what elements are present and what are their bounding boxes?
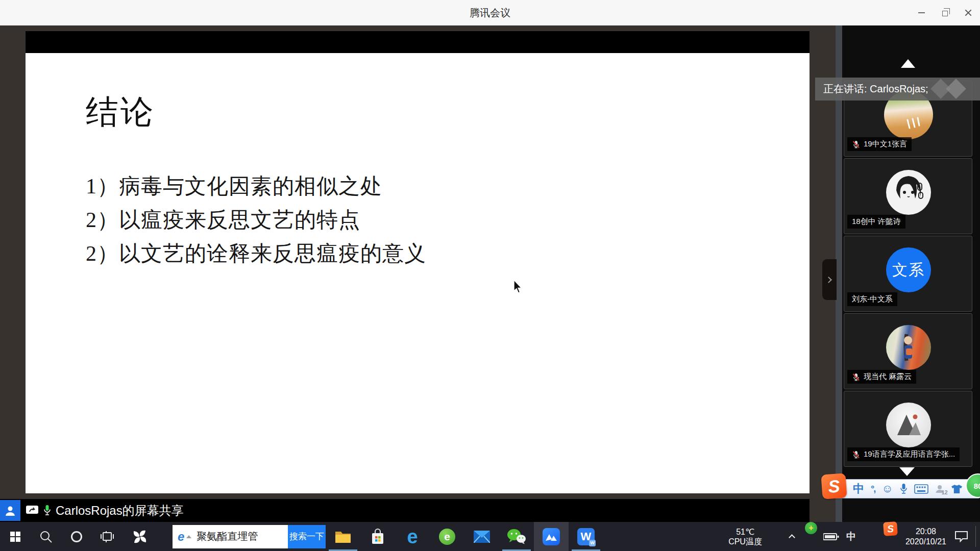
restore-button[interactable] — [933, 0, 957, 26]
participant-tile[interactable]: 19语言学及应用语言学张... — [844, 391, 972, 467]
participant-name-label: 刘东-中文系 — [847, 292, 897, 306]
tshirt-icon — [951, 484, 963, 494]
window-title: 腾讯会议 — [0, 0, 980, 26]
tencent-meeting-icon — [543, 528, 560, 545]
cpu-temp-label: CPU温度 — [728, 537, 762, 546]
pinwheel-icon — [132, 529, 148, 545]
clock-time: 20:08 — [916, 527, 936, 537]
taskbar-clock[interactable]: 20:08 2020/10/21 — [905, 522, 946, 551]
avatar-initials: 文系 — [892, 260, 925, 281]
cortana-button[interactable] — [61, 522, 92, 551]
participant-tile[interactable]: 18创中 许懿诗 — [844, 158, 972, 234]
microphone-icon — [900, 483, 908, 495]
slide-title: 结论 — [86, 90, 155, 134]
battery-icon[interactable] — [823, 522, 839, 551]
collapse-sidebar-button[interactable] — [822, 259, 837, 300]
ime-punctuation-button[interactable]: °, — [871, 484, 875, 494]
ime-skin-button[interactable] — [951, 484, 963, 494]
avatar — [886, 170, 931, 215]
search-go-button[interactable]: 搜索一下 — [288, 525, 326, 548]
wechat-button[interactable] — [499, 522, 534, 551]
clock-date: 2020/10/21 — [905, 537, 946, 547]
action-center-button[interactable] — [954, 522, 968, 551]
slide-bullet: 2）以瘟疫来反思文艺的特点 — [86, 203, 426, 237]
ime-emoji-button[interactable]: ☺ — [881, 482, 893, 495]
participant-person-icon[interactable] — [0, 500, 20, 521]
mic-muted-icon — [852, 373, 860, 381]
taskbar-search-box[interactable]: e 聚氨酯直埋管 搜索一下 — [173, 525, 326, 548]
folder-icon — [335, 530, 351, 543]
wps-sub-icon: W — [589, 540, 596, 546]
task-view-icon — [100, 531, 114, 543]
restore-icon — [942, 11, 948, 16]
participant-tile[interactable]: 文系 刘东-中文系 — [844, 236, 972, 312]
participant-name: 现当代 麻露云 — [864, 372, 912, 382]
notification-icon — [954, 531, 968, 542]
mouse-cursor — [513, 280, 524, 296]
search-query-text: 聚氨酯直埋管 — [197, 530, 288, 543]
account-badge: 12 — [941, 489, 947, 495]
mic-muted-icon — [852, 140, 860, 148]
window-titlebar: 腾讯会议 — [0, 0, 980, 26]
slide-bullet: 2）以文艺的诠释来反思瘟疫的意义 — [86, 237, 426, 270]
wechat-icon — [507, 529, 526, 544]
wps-button[interactable]: W W — [569, 522, 603, 551]
task-view-button[interactable] — [92, 522, 122, 551]
browser-360-icon: e — [439, 529, 455, 545]
minimize-button[interactable] — [910, 0, 933, 26]
show-desktop-button[interactable] — [976, 522, 980, 551]
edge-button[interactable]: e — [395, 522, 430, 551]
tencent-meeting-button[interactable] — [534, 522, 569, 551]
start-button[interactable] — [0, 522, 31, 551]
caret-icon — [186, 535, 191, 538]
person-icon — [5, 505, 16, 516]
cpu-temp-widget[interactable]: 51℃ CPU温度 — [728, 522, 762, 551]
participant-tile[interactable]: 现当代 麻露云 — [844, 313, 972, 389]
share-status-bar: CarlosRojas的屏幕共享 — [0, 499, 810, 522]
taskbar: e 聚氨酯直埋管 搜索一下 e e W W 51℃ CPU温度 + — [0, 522, 980, 551]
share-status-label: CarlosRojas的屏幕共享 — [56, 503, 184, 519]
ime-toolbar: 中 °, ☺ 12 — [824, 479, 980, 498]
ime-chinese-mode-button[interactable]: 中 — [853, 481, 864, 496]
speaking-banner: 正在讲话: CarlosRojas; — [815, 78, 980, 101]
minimize-icon — [918, 12, 925, 13]
participant-name-label: 19语言学及应用语言学张... — [847, 447, 960, 461]
sogou-tray-icon[interactable]: S — [883, 521, 898, 536]
windows-logo-icon — [9, 531, 21, 543]
tray-expand-button[interactable] — [786, 522, 799, 551]
participant-name: 刘东-中文系 — [852, 294, 893, 304]
ime-lang-indicator[interactable]: 中 — [846, 522, 856, 551]
scroll-down-arrow[interactable] — [899, 467, 915, 476]
cortana-icon — [71, 531, 82, 542]
participant-name: 19中文1张言 — [864, 139, 907, 149]
tray-health-icon[interactable]: + — [805, 522, 817, 534]
participant-name-label: 18创中 许懿诗 — [847, 215, 905, 229]
mic-muted-icon — [852, 450, 860, 459]
sogou-ime-logo[interactable]: S — [821, 473, 847, 499]
avatar: 文系 — [886, 247, 931, 292]
speaking-banner-label: 正在讲话: CarlosRojas; — [823, 82, 928, 96]
ime-voice-button[interactable] — [900, 483, 908, 495]
mail-icon — [474, 531, 490, 543]
window-controls — [910, 0, 980, 26]
search-icon — [39, 530, 53, 543]
app-pinwheel-button[interactable] — [122, 522, 157, 551]
ime-keyboard-button[interactable] — [914, 484, 928, 494]
store-icon — [371, 529, 385, 545]
browser-360-button[interactable]: e — [430, 522, 464, 551]
close-button[interactable] — [957, 0, 980, 26]
scroll-up-arrow[interactable] — [901, 59, 915, 68]
slide-letterbox-top — [26, 31, 810, 53]
ms-store-button[interactable] — [360, 522, 395, 551]
ime-account-button[interactable]: 12 — [935, 484, 944, 493]
cpu-temp-value: 51℃ — [736, 527, 754, 537]
mail-button[interactable] — [464, 522, 499, 551]
chevron-right-icon — [825, 277, 832, 283]
participant-name-label: 现当代 麻露云 — [847, 370, 916, 384]
taskbar-search-button[interactable] — [31, 522, 61, 551]
screen-share-icon — [26, 505, 39, 516]
participant-name-label: 19中文1张言 — [847, 137, 912, 151]
file-explorer-button[interactable] — [326, 522, 360, 551]
mic-active-icon — [43, 505, 51, 516]
meeting-watermark-icon — [946, 79, 966, 99]
